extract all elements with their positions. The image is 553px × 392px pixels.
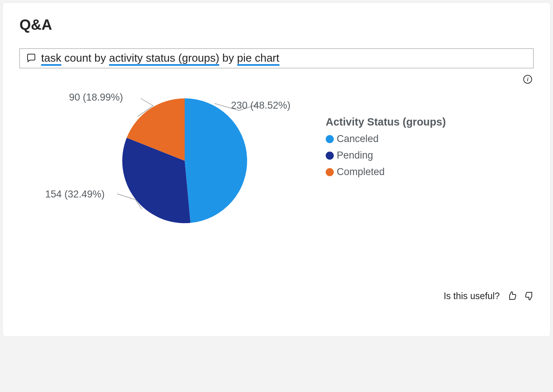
legend-swatch [326, 135, 334, 143]
qa-query-input[interactable]: task count by activity status (groups) b… [19, 48, 534, 68]
legend: Activity Status (groups) CanceledPending… [326, 116, 446, 183]
qa-token-charttype: pie chart [237, 52, 279, 66]
slice-label-pending: 154 (32.49%) [45, 189, 105, 200]
qa-query-text: task count by activity status (groups) b… [41, 52, 279, 64]
page-title: Q&A [19, 17, 534, 33]
legend-item-canceled[interactable]: Canceled [326, 133, 446, 145]
legend-item-pending[interactable]: Pending [326, 150, 446, 161]
thumbs-down-button[interactable] [524, 290, 535, 301]
legend-label: Pending [337, 150, 373, 161]
pie-chart: 230 (48.52%) 154 (32.49%) 90 (18.99%) Ac… [19, 84, 534, 253]
info-icon[interactable]: i [523, 75, 532, 84]
pie-slice-canceled[interactable] [185, 98, 247, 223]
feedback-bar: Is this useful? [444, 290, 535, 301]
slice-label-completed: 90 (18.99%) [69, 92, 123, 103]
legend-title: Activity Status (groups) [326, 116, 446, 128]
feedback-prompt: Is this useful? [444, 291, 500, 301]
legend-label: Completed [337, 166, 385, 178]
legend-swatch [326, 152, 334, 160]
thumbs-up-button[interactable] [506, 290, 517, 301]
qa-token-task: task [41, 52, 61, 66]
chat-icon [26, 52, 37, 63]
legend-swatch [326, 168, 334, 176]
legend-item-completed[interactable]: Completed [326, 166, 446, 178]
legend-label: Canceled [337, 133, 379, 145]
slice-label-canceled: 230 (48.52%) [231, 100, 290, 111]
qa-card: Q&A task count by activity status (group… [2, 2, 551, 337]
qa-token-group: activity status (groups) [109, 52, 219, 66]
